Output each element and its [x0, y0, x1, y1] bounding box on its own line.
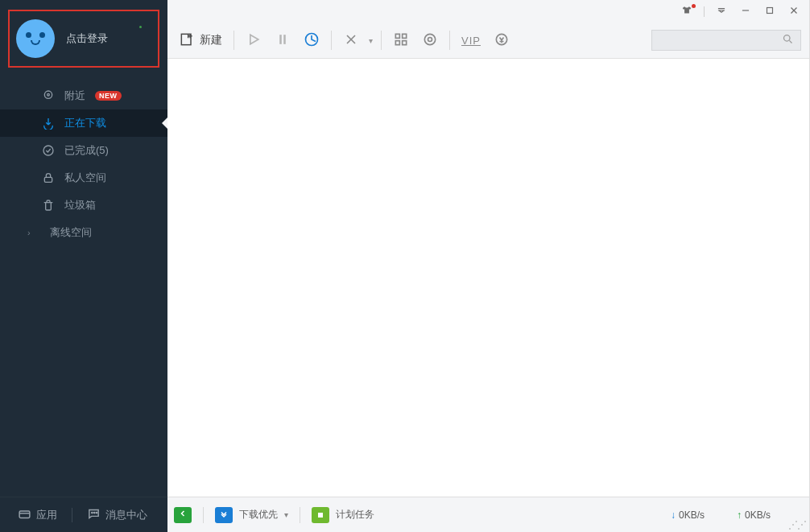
vip-button[interactable]: VIP	[458, 29, 484, 52]
new-task-button[interactable]: 新建	[176, 29, 225, 52]
svg-point-7	[94, 512, 95, 513]
separator	[72, 508, 72, 522]
statusbar: 下载优先 ▾ 计划任务 ↓ 0KB/s ↑ 0KB/s	[167, 497, 809, 532]
arrow-up-icon: ↑	[737, 509, 742, 521]
apps-button[interactable]: 应用	[18, 507, 57, 523]
scheduled-label: 计划任务	[336, 508, 374, 522]
close-button[interactable]	[787, 4, 801, 19]
maximize-button[interactable]	[762, 4, 777, 19]
svg-rect-28	[318, 513, 323, 518]
nav-label: 已完成(5)	[64, 143, 109, 158]
resize-grip[interactable]: ⋰⋰	[788, 522, 806, 528]
x-icon	[343, 31, 359, 50]
separator	[233, 31, 234, 50]
search-icon[interactable]	[782, 33, 794, 47]
svg-line-27	[789, 40, 791, 43]
main-panel: 新建 ▾ V	[167, 0, 810, 532]
chevron-down-icon[interactable]: ▾	[369, 36, 373, 45]
chevron-left-icon	[178, 509, 188, 521]
menu-button[interactable]	[714, 4, 729, 19]
nav-completed[interactable]: 已完成(5)	[0, 137, 167, 164]
maximize-icon	[764, 5, 775, 19]
pause-button[interactable]	[271, 29, 294, 52]
separator	[449, 31, 450, 50]
close-icon	[788, 5, 800, 19]
gear-icon	[422, 31, 438, 50]
search-box[interactable]	[651, 30, 801, 51]
nav-offline[interactable]: › 离线空间	[0, 219, 167, 246]
vip-icon: VIP	[461, 35, 481, 47]
toolbar: 新建 ▾ V	[167, 23, 809, 59]
priority-label: 下载优先	[239, 508, 278, 522]
separator	[331, 31, 332, 50]
lock-icon	[42, 171, 55, 184]
app-window: 点击登录 附近 NEW 正在下载 已完成(5)	[0, 0, 810, 532]
skin-button[interactable]	[680, 4, 694, 19]
chat-icon	[87, 507, 101, 523]
svg-rect-20	[403, 34, 407, 38]
login-label: 点击登录	[66, 31, 108, 46]
avatar	[16, 19, 55, 58]
sidebar-footer: 应用 消息中心	[0, 497, 167, 532]
play-icon	[246, 31, 262, 50]
notify-dot-icon	[692, 4, 696, 8]
priority-icon	[215, 507, 233, 523]
pause-icon	[275, 31, 291, 50]
separator	[704, 6, 705, 17]
shield-badge[interactable]	[174, 507, 192, 523]
menu-icon	[716, 5, 727, 19]
nav-label: 垃圾箱	[64, 198, 96, 212]
nav-downloading[interactable]: 正在下载	[0, 109, 167, 137]
gear-button[interactable]	[419, 29, 441, 52]
play-button[interactable]	[242, 29, 265, 52]
svg-rect-10	[767, 7, 773, 13]
sidebar: 点击登录 附近 NEW 正在下载 已完成(5)	[0, 0, 167, 532]
svg-rect-21	[395, 40, 399, 44]
trash-icon	[42, 199, 55, 212]
svg-point-8	[96, 512, 97, 513]
coin-icon	[494, 31, 510, 50]
qr-icon	[393, 31, 409, 50]
status-dot-icon	[139, 26, 142, 28]
chevron-right-icon: ›	[27, 228, 31, 237]
nav-nearby[interactable]: 附近 NEW	[0, 82, 167, 109]
scheduled-tasks-button[interactable]: 计划任务	[312, 507, 374, 523]
messages-label: 消息中心	[105, 508, 147, 522]
nav-label: 私人空间	[64, 171, 106, 185]
svg-point-26	[784, 35, 791, 42]
separator	[203, 507, 204, 523]
speed-button[interactable]	[300, 29, 323, 52]
login-area[interactable]: 点击登录	[8, 10, 159, 68]
speed-icon	[304, 31, 320, 50]
svg-point-23	[424, 34, 435, 44]
download-speed: ↓ 0KB/s	[671, 509, 705, 521]
svg-point-2	[43, 146, 53, 155]
separator	[300, 507, 300, 523]
download-priority-button[interactable]: 下载优先 ▾	[215, 507, 288, 523]
messages-button[interactable]: 消息中心	[87, 507, 147, 523]
schedule-icon	[312, 507, 329, 523]
chevron-down-icon: ▾	[284, 510, 288, 519]
coin-button[interactable]	[490, 29, 513, 52]
svg-point-6	[92, 512, 93, 513]
svg-point-1	[48, 93, 50, 96]
svg-rect-5	[19, 510, 30, 518]
content-area	[167, 59, 809, 497]
new-icon	[179, 31, 195, 50]
qr-button[interactable]	[390, 29, 412, 52]
svg-rect-22	[403, 40, 407, 44]
nav-trash[interactable]: 垃圾箱	[0, 192, 167, 219]
nav-label: 正在下载	[64, 116, 106, 130]
svg-point-0	[44, 91, 52, 98]
nav-private[interactable]: 私人空间	[0, 164, 167, 192]
arrow-down-icon: ↓	[671, 509, 676, 521]
nav-label: 附近	[64, 89, 85, 103]
location-icon	[42, 89, 55, 102]
minimize-button[interactable]	[738, 4, 753, 19]
new-label: 新建	[200, 33, 222, 47]
search-input[interactable]	[659, 35, 782, 46]
minimize-icon	[740, 5, 751, 19]
delete-button[interactable]	[340, 29, 362, 52]
titlebar	[167, 0, 809, 23]
new-badge: NEW	[95, 91, 122, 101]
